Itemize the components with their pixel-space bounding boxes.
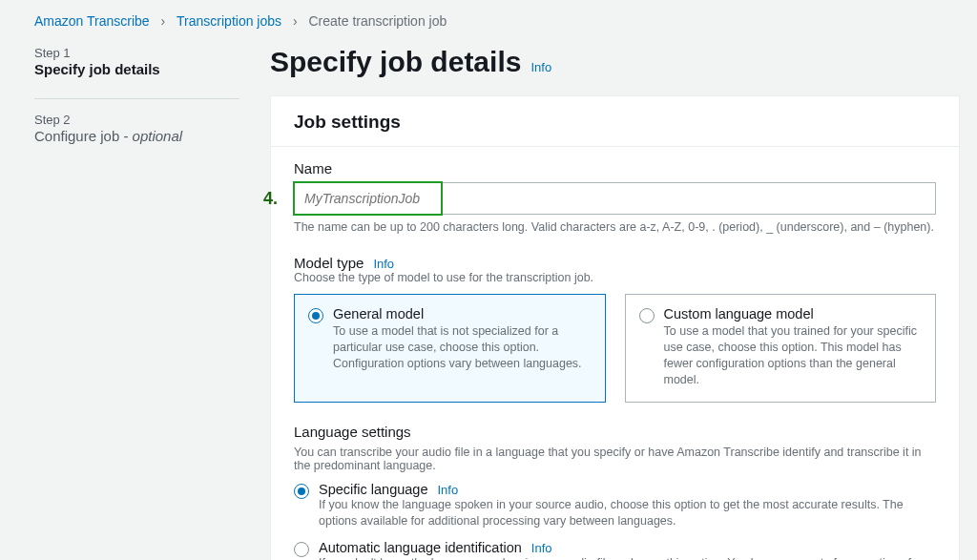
job-name-input[interactable]	[294, 182, 936, 215]
radio-icon	[294, 542, 309, 557]
chevron-right-icon: ›	[285, 13, 305, 29]
job-settings-panel: Job settings Name 4. The name can be up …	[270, 95, 960, 560]
step-title: Specify job details	[34, 61, 239, 77]
model-type-desc: Choose the type of model to use for the …	[294, 271, 936, 284]
divider	[34, 98, 239, 99]
wizard-steps: Step 1 Specify job details Step 2 Config…	[34, 46, 239, 560]
option-desc: If you know the language spoken in your …	[319, 497, 936, 530]
info-link[interactable]: Info	[373, 257, 394, 271]
info-link[interactable]: Info	[530, 60, 551, 74]
info-link[interactable]: Info	[437, 483, 458, 497]
model-tile-general[interactable]: General model To use a model that is not…	[294, 294, 606, 403]
lang-option-auto[interactable]: Automatic language identification Info I…	[294, 540, 936, 561]
step-number: Step 1	[34, 46, 239, 60]
language-settings-desc: You can transcribe your audio file in a …	[294, 446, 936, 472]
breadcrumb-current: Create transcription job	[309, 13, 447, 29]
step-title: Configure job - optional	[34, 128, 239, 144]
option-title: Specific language	[319, 482, 427, 497]
model-tile-custom[interactable]: Custom language model To use a model tha…	[625, 294, 937, 403]
breadcrumb-link-jobs[interactable]: Transcription jobs	[177, 13, 281, 29]
page-title: Specify job details	[270, 46, 521, 78]
name-help-text: The name can be up to 200 characters lon…	[294, 220, 936, 234]
option-desc: If you don't know the language spoken in…	[319, 555, 936, 561]
breadcrumb-link-service[interactable]: Amazon Transcribe	[34, 13, 150, 29]
tile-title: Custom language model	[664, 306, 923, 321]
option-title: Automatic language identification	[319, 540, 522, 555]
radio-icon	[639, 308, 655, 323]
name-label: Name	[294, 160, 936, 176]
annotation-marker: 4.	[263, 189, 278, 209]
step-number: Step 2	[34, 113, 239, 127]
tile-desc: To use a model that is not specialized f…	[333, 323, 592, 372]
chevron-right-icon: ›	[154, 13, 174, 29]
lang-option-specific[interactable]: Specific language Info If you know the l…	[294, 482, 936, 530]
wizard-step-2[interactable]: Step 2 Configure job - optional	[34, 113, 239, 156]
radio-icon	[294, 484, 309, 499]
tile-title: General model	[333, 306, 592, 321]
info-link[interactable]: Info	[531, 541, 552, 555]
wizard-step-1[interactable]: Step 1 Specify job details	[34, 46, 239, 89]
radio-icon	[308, 308, 323, 323]
breadcrumb: Amazon Transcribe › Transcription jobs ›…	[0, 0, 977, 29]
model-type-label: Model type	[294, 255, 364, 271]
panel-title: Job settings	[294, 112, 936, 133]
language-settings-label: Language settings	[294, 424, 936, 440]
tile-desc: To use a model that you trained for your…	[664, 323, 923, 388]
